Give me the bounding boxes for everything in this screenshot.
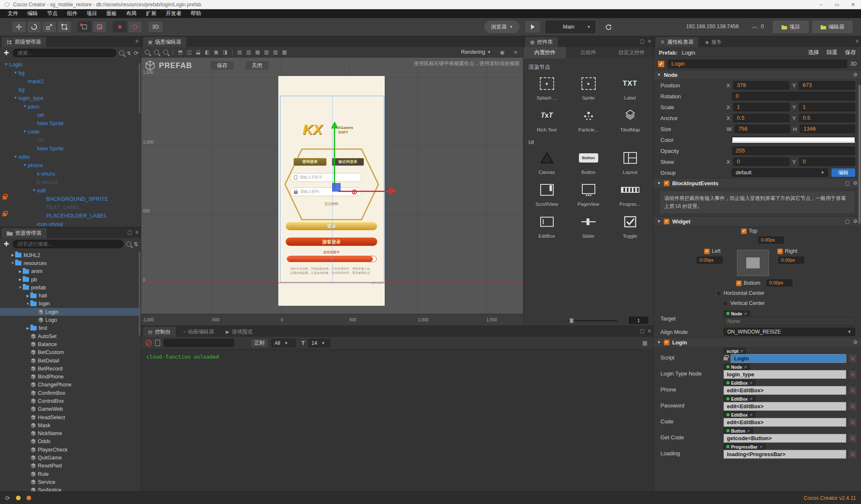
panel-menu-icon[interactable]: ≡ [648,328,651,334]
zoom-in-icon[interactable] [145,50,150,55]
scrollbar[interactable] [139,252,140,336]
filter-icon[interactable]: ↯ [127,50,131,56]
remove-reference-button[interactable]: ✕ [848,418,857,427]
hierarchy-node[interactable]: ▼phone [0,161,141,169]
reference-field[interactable]: edit<EditBox> [724,386,846,395]
expand-arrow-icon[interactable]: ▼ [31,188,37,192]
library-item-scrollview[interactable]: ScrollView [526,181,568,207]
menu-编辑[interactable]: 编辑 [23,9,42,18]
asset-item[interactable]: ResetPwd [0,462,141,470]
expand-arrow-icon[interactable]: ▼ [10,261,15,265]
sort-icon[interactable]: ⇅ [134,241,138,247]
align-top-icon[interactable]: ⬒ [178,49,182,55]
hierarchy-node[interactable]: TEXT_LABEL [0,203,141,211]
lib-tab-云组件[interactable]: 云组件 [567,47,610,58]
library-item-layout[interactable]: Layout [609,149,651,175]
scene-viewport[interactable]: KX XGamesSOFT 密码登录 验证码登录 请输入手机号 [141,58,523,314]
expand-arrow-icon[interactable]: ▼ [3,62,9,66]
lib-tab-自定义控件[interactable]: 自定义控件 [610,47,653,58]
gear-icon[interactable]: ⚙ [853,339,858,345]
size-h-field[interactable]: 1346 [800,125,855,133]
anchor-y-field[interactable]: 0.5 [799,114,855,122]
search-icon[interactable] [119,50,124,55]
asset-item[interactable]: ConfirmBox [0,389,141,397]
hierarchy-node[interactable]: PLACEHOLDER_LABEL [0,211,141,220]
hierarchy-node[interactable]: ▼edits [0,152,141,161]
component-enabled-checkbox[interactable]: ✔ [664,181,669,186]
asset-item[interactable]: Login [0,308,141,316]
gizmo-xy-handle[interactable] [332,183,341,192]
menu-文件[interactable]: 文件 [3,9,22,18]
hierarchy-node[interactable]: mask2 [0,77,141,85]
hierarchy-node[interactable]: ▼Login [0,60,141,68]
widget-top-checkbox[interactable]: ✔ [741,228,747,234]
copy-icon[interactable]: ▢ [845,218,850,224]
panel-float-icon[interactable]: ▢ [640,38,644,44]
asset-item[interactable]: ▼resources [0,259,141,267]
tab-widgets-library[interactable]: ▦ 控件库 [525,37,558,47]
expand-arrow-icon[interactable]: ▼ [18,286,23,289]
play-button[interactable] [525,21,541,33]
panel-menu-icon[interactable]: ≡ [135,229,138,235]
tab-console[interactable]: ▤控制台 [143,327,176,337]
expand-arrow-icon[interactable]: ▼ [22,104,28,108]
rotate-tool-button[interactable] [27,21,41,33]
prefab-save-button[interactable]: 保存 [210,60,235,71]
asset-item[interactable]: BetDetail [0,357,141,365]
open-editor-button[interactable]: 编辑器 [812,21,853,33]
widget-section-header[interactable]: ▼ ✔ Widget ▢⚙ [654,216,861,226]
tab-hierarchy[interactable]: 层级管理器 [2,37,46,47]
widget-left-checkbox[interactable]: ✔ [704,249,710,254]
expand-arrow-icon[interactable]: ▶ [18,270,23,273]
expand-arrow-icon[interactable]: ▼ [13,96,18,100]
add-node-button[interactable]: ✚ [3,49,10,57]
pivot-anchor-toggle[interactable] [77,21,92,33]
expand-arrow-icon[interactable]: ▶ [25,326,30,330]
panel-menu-icon[interactable]: ≡ [648,38,651,44]
asset-item[interactable]: QuitGame [0,454,141,462]
menu-帮助[interactable]: 帮助 [187,9,206,18]
search-icon[interactable] [126,242,131,247]
lib-tab-内置控件[interactable]: 内置控件 [523,47,567,58]
panel-menu-icon[interactable]: ≡ [514,49,517,55]
rect-tool-button[interactable] [57,21,71,33]
remove-reference-button[interactable]: ✕ [848,402,857,411]
color-swatch[interactable] [732,137,855,143]
tab-assets[interactable]: 资源管理器 [2,228,47,238]
asset-item[interactable]: ▶anim [0,268,141,276]
distribute-vcenter-icon[interactable]: ▥ [246,49,251,55]
expand-arrow-icon[interactable]: ▶ [10,253,15,257]
collapse-log-icon[interactable] [155,340,160,346]
skew-y-field[interactable]: 0 [799,158,855,166]
panel-menu-icon[interactable]: ≡ [856,38,858,44]
console-log-area[interactable]: cloud-function unloaded [141,349,653,491]
tab-inspector[interactable]: ⚙ 属性检查器 [655,37,698,47]
hierarchy-node[interactable]: ▼pass [0,102,141,110]
library-item-progres[interactable]: Progres... [609,181,651,207]
hierarchy-node[interactable]: icon-shouji [0,220,141,227]
asset-item[interactable]: Odds [0,438,141,446]
asset-item[interactable]: GameWeb [0,405,141,413]
asset-item[interactable]: ▼login [0,300,141,308]
align-left-icon[interactable]: ◧ [205,49,209,55]
error-indicator-icon[interactable] [26,496,31,500]
asset-item[interactable]: Service [0,478,141,486]
asset-item[interactable]: AutoSet [0,332,141,340]
widget-top-field[interactable]: 0.00px [758,236,784,244]
align-right-icon[interactable]: ◨ [223,49,227,55]
opacity-field[interactable]: 255 [732,147,855,155]
node-name-field[interactable]: Login [668,60,847,68]
size-w-field[interactable]: 756 [734,125,790,133]
library-item-tiledmap[interactable]: TiledMap [609,106,651,132]
library-item-button[interactable]: ButtonButton [568,149,609,175]
library-item-editbox[interactable]: EditBox [526,213,568,239]
asset-item[interactable]: ▶MJHL2 [0,251,141,259]
refresh-icon[interactable]: ⟳ [134,50,138,56]
add-asset-button[interactable]: ✚ [3,240,10,248]
reference-field[interactable]: Login [731,354,846,363]
remove-reference-button[interactable]: ✕ [848,434,857,443]
gizmo-y-arrowhead[interactable] [331,121,338,129]
hierarchy-node[interactable]: sel [0,110,141,119]
warning-indicator-icon[interactable] [16,496,21,500]
maximize-button[interactable]: ▭ [829,0,845,9]
